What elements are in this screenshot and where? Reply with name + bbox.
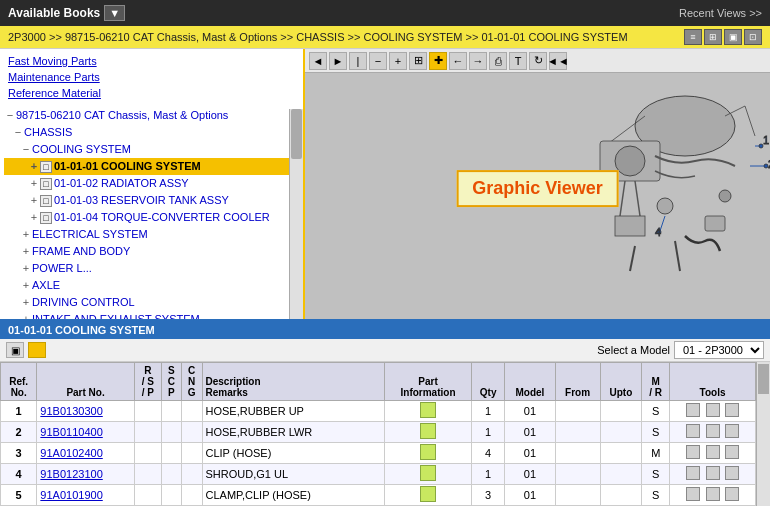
parts-tool-1[interactable]: ▣ bbox=[6, 342, 24, 358]
cell-upto bbox=[600, 443, 642, 464]
gtb-print[interactable]: ⎙ bbox=[489, 52, 507, 70]
cell-from bbox=[555, 485, 600, 506]
tree-expander[interactable]: + bbox=[20, 243, 32, 260]
tool-icon-1[interactable] bbox=[686, 445, 700, 459]
tool-icon-3[interactable] bbox=[725, 445, 739, 459]
cell-model: 01 bbox=[505, 464, 555, 485]
part-info-icon[interactable] bbox=[420, 486, 436, 502]
tree-expander[interactable]: + bbox=[28, 209, 40, 226]
tree-item[interactable]: +DRIVING CONTROL bbox=[4, 294, 299, 311]
gtb-back[interactable]: ◄ bbox=[309, 52, 327, 70]
cell-part-info[interactable] bbox=[384, 443, 471, 464]
table-row: 4 91B0123100 SHROUD,G1 UL 1 01 S bbox=[1, 464, 756, 485]
gtb-forward[interactable]: ► bbox=[329, 52, 347, 70]
tree-item[interactable]: +□01-01-04 TORQUE-CONVERTER COOLER bbox=[4, 209, 299, 226]
tree-expander[interactable]: + bbox=[28, 175, 40, 192]
tree-item[interactable]: +ELECTRICAL SYSTEM bbox=[4, 226, 299, 243]
part-info-icon[interactable] bbox=[420, 465, 436, 481]
tree-item[interactable]: +□01-01-03 RESERVOIR TANK ASSY bbox=[4, 192, 299, 209]
cell-part-info[interactable] bbox=[384, 422, 471, 443]
gtb-prev[interactable]: ◄◄ bbox=[549, 52, 567, 70]
cell-part-no[interactable]: 91A0102400 bbox=[37, 443, 134, 464]
bc-icon-2[interactable]: ⊞ bbox=[704, 29, 722, 45]
bc-icon-4[interactable]: ⊡ bbox=[744, 29, 762, 45]
tree-item[interactable]: −COOLING SYSTEM bbox=[4, 141, 299, 158]
tool-icon-1[interactable] bbox=[686, 466, 700, 480]
cell-desc: HOSE,RUBBER LWR bbox=[202, 422, 384, 443]
cell-ref-no: 5 bbox=[1, 485, 37, 506]
tree-expander[interactable]: − bbox=[20, 141, 32, 158]
gtb-text[interactable]: T bbox=[509, 52, 527, 70]
toc-scrollbar[interactable] bbox=[289, 109, 303, 319]
tree-item[interactable]: +□01-01-02 RADIATOR ASSY bbox=[4, 175, 299, 192]
tree-expander[interactable]: + bbox=[20, 226, 32, 243]
tree-item[interactable]: −CHASSIS bbox=[4, 124, 299, 141]
gtb-rotate[interactable]: ↻ bbox=[529, 52, 547, 70]
fast-moving-parts-link[interactable]: Fast Moving Parts bbox=[8, 53, 295, 69]
cell-part-no[interactable]: 91B0110400 bbox=[37, 422, 134, 443]
tool-icon-1[interactable] bbox=[686, 403, 700, 417]
cell-mr: S bbox=[642, 401, 670, 422]
tool-icon-3[interactable] bbox=[725, 403, 739, 417]
tree-item[interactable]: +POWER L... bbox=[4, 260, 299, 277]
tool-icon-3[interactable] bbox=[725, 487, 739, 501]
tree-expander[interactable]: + bbox=[20, 311, 32, 319]
tree-expander[interactable]: + bbox=[20, 260, 32, 277]
tool-icon-1[interactable] bbox=[686, 487, 700, 501]
part-info-icon[interactable] bbox=[420, 423, 436, 439]
gtb-zoom-out[interactable]: − bbox=[369, 52, 387, 70]
cell-qty: 4 bbox=[472, 443, 505, 464]
maintenance-parts-link[interactable]: Maintenance Parts bbox=[8, 69, 295, 85]
tree-expander[interactable]: + bbox=[20, 294, 32, 311]
tool-icon-2[interactable] bbox=[706, 403, 720, 417]
tree-item[interactable]: +INTAKE AND EXHAUST SYSTEM bbox=[4, 311, 299, 319]
tree-label: CHASSIS bbox=[24, 126, 72, 138]
cell-part-info[interactable] bbox=[384, 485, 471, 506]
col-mr: M/ R bbox=[642, 363, 670, 401]
part-info-icon[interactable] bbox=[420, 402, 436, 418]
bc-icon-3[interactable]: ▣ bbox=[724, 29, 742, 45]
tool-icon-3[interactable] bbox=[725, 466, 739, 480]
tree-expander[interactable]: + bbox=[28, 158, 40, 175]
tree-item[interactable]: +AXLE bbox=[4, 277, 299, 294]
tool-icon-2[interactable] bbox=[706, 487, 720, 501]
tool-icon-2[interactable] bbox=[706, 445, 720, 459]
part-info-icon[interactable] bbox=[420, 444, 436, 460]
reference-material-link[interactable]: Reference Material bbox=[8, 85, 295, 101]
parts-tool-yellow[interactable] bbox=[28, 342, 46, 358]
cell-ref-no: 3 bbox=[1, 443, 37, 464]
recent-views[interactable]: Recent Views >> bbox=[679, 7, 762, 19]
cell-part-no[interactable]: 91A0101900 bbox=[37, 485, 134, 506]
parts-scrollbar[interactable] bbox=[756, 362, 770, 506]
gtb-fit[interactable]: ⊞ bbox=[409, 52, 427, 70]
table-row: 1 91B0130300 HOSE,RUBBER UP 1 01 S bbox=[1, 401, 756, 422]
cell-part-no[interactable]: 91B0130300 bbox=[37, 401, 134, 422]
cell-part-info[interactable] bbox=[384, 401, 471, 422]
tree-item[interactable]: −98715-06210 CAT Chassis, Mast & Options bbox=[4, 107, 299, 124]
cell-part-no[interactable]: 91B0123100 bbox=[37, 464, 134, 485]
tree-item[interactable]: +□01-01-01 COOLING SYSTEM bbox=[4, 158, 299, 175]
tool-icon-1[interactable] bbox=[686, 424, 700, 438]
gtb-zoom-in[interactable]: + bbox=[389, 52, 407, 70]
svg-point-10 bbox=[657, 198, 673, 214]
col-upto: Upto bbox=[600, 363, 642, 401]
cell-model: 01 bbox=[505, 422, 555, 443]
tool-icon-3[interactable] bbox=[725, 424, 739, 438]
gtb-add[interactable]: ✚ bbox=[429, 52, 447, 70]
bc-icon-1[interactable]: ≡ bbox=[684, 29, 702, 45]
available-books-dropdown[interactable]: ▼ bbox=[104, 5, 125, 21]
tree-expander[interactable]: + bbox=[28, 192, 40, 209]
toc-tree: −98715-06210 CAT Chassis, Mast & Options… bbox=[0, 105, 303, 319]
tree-expander[interactable]: + bbox=[20, 277, 32, 294]
tree-expander[interactable]: − bbox=[4, 107, 16, 124]
tool-icon-2[interactable] bbox=[706, 424, 720, 438]
gtb-left[interactable]: ← bbox=[449, 52, 467, 70]
tree-item[interactable]: +FRAME AND BODY bbox=[4, 243, 299, 260]
col-part-info: PartInformation bbox=[384, 363, 471, 401]
parts-panel: 01-01-01 COOLING SYSTEM ▣ Select a Model… bbox=[0, 319, 770, 510]
gtb-right[interactable]: → bbox=[469, 52, 487, 70]
model-select-dropdown[interactable]: 01 - 2P3000 bbox=[674, 341, 764, 359]
cell-part-info[interactable] bbox=[384, 464, 471, 485]
tool-icon-2[interactable] bbox=[706, 466, 720, 480]
tree-expander[interactable]: − bbox=[12, 124, 24, 141]
